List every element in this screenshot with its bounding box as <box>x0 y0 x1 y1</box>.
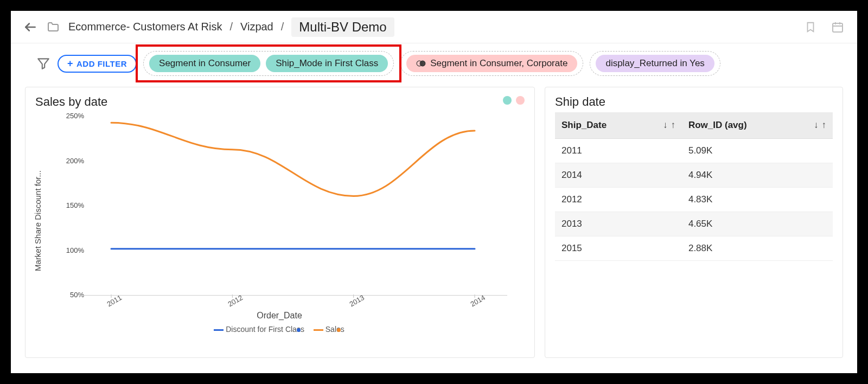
breadcrumb-sep: / <box>281 21 284 33</box>
table-row[interactable]: 20144.94K <box>555 163 833 188</box>
legend-dot-teal[interactable] <box>503 96 512 105</box>
calendar-icon[interactable] <box>830 20 845 35</box>
x-tick: 2012 <box>227 293 245 308</box>
legend-item-0[interactable]: Discount for First Class <box>214 325 305 334</box>
x-tick: 2014 <box>469 293 487 308</box>
breadcrumb-item-0[interactable]: Ecommerce- Customers At Risk <box>68 21 222 33</box>
x-tick: 2013 <box>348 293 366 308</box>
y-axis-label: Market Share Discount for... <box>33 170 42 271</box>
table-cell: 5.09K <box>682 139 833 163</box>
sort-icons[interactable]: ↓ ↑ <box>814 120 826 131</box>
add-filter-label: ADD FILTER <box>76 59 127 68</box>
breadcrumb-sep: / <box>229 21 233 33</box>
chart-svg <box>79 116 507 295</box>
table-title: Ship date <box>555 95 833 109</box>
table-panel: Ship date Ship_Date ↓ ↑ Row_ID (avg) ↓ <box>545 87 843 358</box>
svg-point-9 <box>420 61 425 66</box>
filter-group-1: Segment in Consumer, Corporate <box>400 51 583 76</box>
filter-chip-returned[interactable]: display_Returned in Yes <box>596 55 714 72</box>
x-axis-label: Order_Date <box>41 311 518 321</box>
col-label: Ship_Date <box>561 120 607 130</box>
chart-legend-bottom: Discount for First Class Sales <box>41 325 518 334</box>
filter-chip-segment[interactable]: Segment in Consumer <box>149 55 260 72</box>
table-cell: 2015 <box>555 236 682 261</box>
back-icon[interactable] <box>23 20 38 35</box>
table-cell: 4.94K <box>682 163 833 188</box>
filter-chip-segment-multi[interactable]: Segment in Consumer, Corporate <box>406 55 577 72</box>
bookmark-icon[interactable] <box>803 20 818 35</box>
filter-chip-label: Segment in Consumer, Corporate <box>430 58 567 69</box>
app-frame: Ecommerce- Customers At Risk / Vizpad / … <box>11 11 857 373</box>
chart-legend-dots <box>503 96 525 105</box>
col-rowid[interactable]: Row_ID (avg) ↓ ↑ <box>682 112 833 139</box>
header-bar: Ecommerce- Customers At Risk / Vizpad / … <box>11 11 857 43</box>
breadcrumb: Ecommerce- Customers At Risk / Vizpad / … <box>68 17 394 37</box>
table-cell: 2012 <box>555 188 682 212</box>
filter-chip-shipmode[interactable]: Ship_Mode in First Class <box>266 55 388 72</box>
filter-group-0: Segment in Consumer Ship_Mode in First C… <box>143 51 394 76</box>
breadcrumb-item-1[interactable]: Vizpad <box>240 21 273 33</box>
breadcrumb-current[interactable]: Multi-BV Demo <box>291 17 394 37</box>
table-row[interactable]: 20124.83K <box>555 188 833 212</box>
table-row[interactable]: 20134.65K <box>555 212 833 236</box>
legend-item-1[interactable]: Sales <box>314 325 345 334</box>
sort-icons[interactable]: ↓ ↑ <box>663 120 675 131</box>
table-cell: 2013 <box>555 212 682 236</box>
chart-area: Market Share Discount for... 50%100%150%… <box>41 112 518 329</box>
table-body: 20115.09K20144.94K20124.83K20134.65K2015… <box>555 139 833 261</box>
add-filter-button[interactable]: + ADD FILTER <box>58 55 137 73</box>
panel-row: Sales by date Market Share Discount for.… <box>11 84 857 363</box>
filter-bar: + ADD FILTER Segment in Consumer Ship_Mo… <box>11 43 857 84</box>
header-actions <box>803 20 845 35</box>
table-cell: 2.88K <box>682 236 833 261</box>
ship-table: Ship_Date ↓ ↑ Row_ID (avg) ↓ ↑ <box>555 112 833 261</box>
plot-region[interactable] <box>79 116 507 295</box>
chart-panel: Sales by date Market Share Discount for.… <box>25 87 535 358</box>
col-shipdate[interactable]: Ship_Date ↓ ↑ <box>555 112 682 139</box>
table-cell: 2014 <box>555 163 682 188</box>
table-cell: 2011 <box>555 139 682 163</box>
table-cell: 4.65K <box>682 212 833 236</box>
col-label: Row_ID (avg) <box>688 120 747 130</box>
arrow-down-icon[interactable]: ↓ <box>663 120 668 131</box>
folder-icon[interactable] <box>46 20 61 35</box>
table-row[interactable]: 20115.09K <box>555 139 833 163</box>
svg-rect-1 <box>833 23 843 32</box>
legend-dot-pink[interactable] <box>516 96 525 105</box>
table-row[interactable]: 20152.88K <box>555 236 833 261</box>
arrow-down-icon[interactable]: ↓ <box>814 120 819 131</box>
x-tick: 2011 <box>105 293 123 308</box>
filter-group-2: display_Returned in Yes <box>590 51 720 76</box>
arrow-up-icon[interactable]: ↑ <box>822 120 827 131</box>
arrow-up-icon[interactable]: ↑ <box>671 120 675 131</box>
table-cell: 4.83K <box>682 188 833 212</box>
chart-title: Sales by date <box>35 95 525 109</box>
venn-icon <box>416 59 426 68</box>
filter-icon[interactable] <box>36 56 51 71</box>
x-axis-ticks: 2011201220132014 <box>79 293 507 310</box>
